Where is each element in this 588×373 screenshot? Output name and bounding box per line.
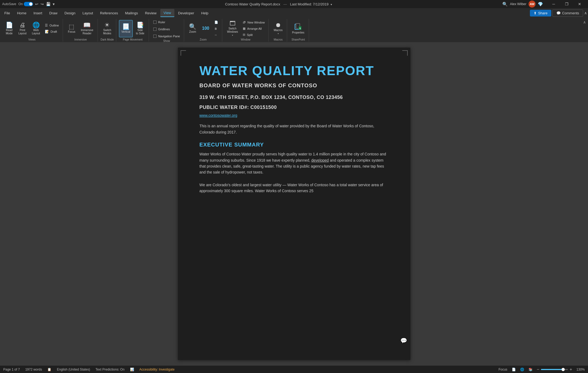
immersive-reader-button[interactable]: 📖 ImmersiveReader [79,20,95,37]
comment-icon[interactable]: 💬 [400,337,407,344]
search-icon[interactable]: 🔍 [502,2,508,7]
ribbon-group-views: 📄 ReadMode 🖨 PrintLayout 🌐 WebLayout ☰ O… [1,19,63,42]
read-mode-status-icon[interactable]: 📚 [529,368,533,371]
side-to-side-button[interactable]: 📑 Sideto Side [134,20,147,37]
menu-insert[interactable]: Insert [30,9,46,17]
zoom-icon: 🔍 [189,24,196,30]
autosave-label: AutoSave [2,2,16,6]
zoom-label: Zoom [200,38,207,41]
document-website-link[interactable]: www.contosowater.org [200,113,389,118]
arrange-all-icon: ▦ [243,27,245,30]
menu-view[interactable]: View [160,9,174,17]
zoom-plus-button[interactable]: + [570,367,572,372]
ribbon-group-sharepoint: S Properties SharePoint [288,19,309,42]
close-button[interactable]: ✕ [573,0,586,8]
multiple-pages-button[interactable]: 🗎 [213,26,220,31]
properties-icon: S [294,23,302,31]
menu-design[interactable]: Design [61,9,79,17]
focus-button[interactable]: Focus [499,368,507,371]
document-subtitle: BOARD OF WATER WORKS OF CONTOSO [200,82,389,89]
gridlines-checkbox[interactable]: Gridlines [152,26,182,32]
save-icon[interactable]: 💾 [46,2,51,6]
zoom-percent[interactable]: 130% [576,368,585,371]
menu-developer[interactable]: Developer [175,9,197,17]
switch-modes-button[interactable]: ☀ SwitchModes [101,20,113,37]
menu-file[interactable]: File [1,9,13,17]
navigation-pane-checkbox[interactable]: Navigation Pane [152,34,182,39]
redo-icon[interactable]: ↪ [41,2,44,6]
language[interactable]: English (United States) [57,368,90,371]
menu-draw[interactable]: Draw [46,9,61,17]
app: AutoSave On ↩ ↪ 💾 ▾ Contoso Water Qualit… [0,0,588,373]
document-area: WATER QUALITY REPORT BOARD OF WATER WORK… [0,42,588,365]
menu-home[interactable]: Home [14,9,30,17]
ribbon-collapse-area: ∧ [582,19,587,42]
macros-items: ⏺ Macros ▾ [271,19,285,38]
nav-pane-checkbox-icon [153,35,157,38]
menu-right: ⬆ Share 💬 Comments ∧ [530,9,587,17]
print-layout-button[interactable]: 🖨 PrintLayout [16,20,29,37]
menu-mailings[interactable]: Mailings [122,9,141,17]
macros-button[interactable]: ⏺ Macros ▾ [271,20,285,37]
web-layout-button[interactable]: 🌐 WebLayout [30,20,42,37]
corner-mark-tr [402,50,408,56]
arrange-all-button[interactable]: ▦ Arrange All [241,26,266,31]
menu-help[interactable]: Help [198,9,212,17]
zoom-button[interactable]: 🔍 Zoom [187,20,199,37]
page-movement-label: Page Movement [123,38,143,41]
ribbon-content: 📄 ReadMode 🖨 PrintLayout 🌐 WebLayout ☰ O… [0,18,588,42]
status-bar: Page 1 of 7 1972 words 📋 English (United… [0,365,588,373]
restore-button[interactable]: ❐ [560,0,573,8]
menu-review[interactable]: Review [142,9,160,17]
ribbon-group-immersive: ⬚ Focus 📖 ImmersiveReader Immersive [64,19,98,42]
zoom-100-button[interactable]: 100 [200,20,212,37]
one-page-button[interactable]: 📄 [213,20,220,25]
web-layout-status-icon[interactable]: 🌐 [520,368,524,371]
ribbon-group-window: 🗔 SwitchWindows ▾ 🗗 New Window ▦ Arrange… [223,19,269,42]
outline-button[interactable]: ☰ Outline [43,23,61,28]
switch-windows-dropdown-icon: ▾ [232,34,233,36]
split-button[interactable]: ⊟ Split [241,32,266,38]
vertical-icon: 📃 [122,24,129,30]
customize-icon[interactable]: ▾ [53,2,55,6]
accessibility[interactable]: Accessibility: Investigate [139,368,175,371]
draft-button[interactable]: 📝 Draft [43,29,61,34]
zoom-slider[interactable] [541,369,568,370]
comments-button[interactable]: 💬 Comments [552,9,583,17]
read-mode-button[interactable]: 📄 ReadMode [3,20,15,37]
new-window-button[interactable]: 🗗 New Window [241,20,266,25]
switch-windows-button[interactable]: 🗔 SwitchWindows ▾ [225,20,240,37]
ruler-checkbox[interactable]: Ruler [152,19,182,25]
zoom-minus-button[interactable]: − [537,367,539,372]
avatar[interactable]: AW [529,1,536,8]
macros-icon: ⏺ [275,22,281,28]
executive-summary-para2: We are Colorado's oldest and largest wat… [200,182,389,194]
window-small-group: 🗗 New Window ▦ Arrange All ⊟ Split [241,20,266,38]
minimize-button[interactable]: ─ [547,0,560,8]
file-name: Contoso Water Quality Report.docx [225,2,280,6]
ribbon-collapse-icon[interactable]: ∧ [584,11,587,15]
last-modified-dropdown-icon[interactable]: ▾ [331,3,332,6]
properties-button[interactable]: S Properties [290,20,307,37]
ribbon-icon[interactable]: 💎 [538,2,543,7]
page-width-button[interactable]: ↔ [213,32,220,38]
file-title: Contoso Water Quality Report.docx — Last… [57,2,500,6]
svg-text:S: S [299,27,301,30]
vertical-button[interactable]: 📃 Vertical [119,20,133,37]
focus-button[interactable]: ⬚ Focus [66,20,78,37]
track-changes-icon[interactable]: 📊 [130,368,134,371]
ribbon-collapse-button[interactable]: ∧ [583,20,586,24]
proofing-icon[interactable]: 📋 [47,368,51,371]
menu-references[interactable]: References [97,9,121,17]
immersive-items: ⬚ Focus 📖 ImmersiveReader [66,19,95,38]
undo-icon[interactable]: ↩ [35,2,38,6]
user-area: Alex Wilber AW [510,1,536,8]
print-layout-status-icon[interactable]: 📄 [512,368,516,371]
autosave-toggle[interactable] [24,2,33,6]
sharepoint-label: SharePoint [291,38,305,41]
corner-mark-tl [181,50,186,56]
menu-layout[interactable]: Layout [79,9,96,17]
page-movement-items: 📃 Vertical 📑 Sideto Side [119,19,147,38]
ribbon-group-macros: ⏺ Macros ▾ Macros [269,19,287,42]
share-button[interactable]: ⬆ Share [530,10,551,16]
